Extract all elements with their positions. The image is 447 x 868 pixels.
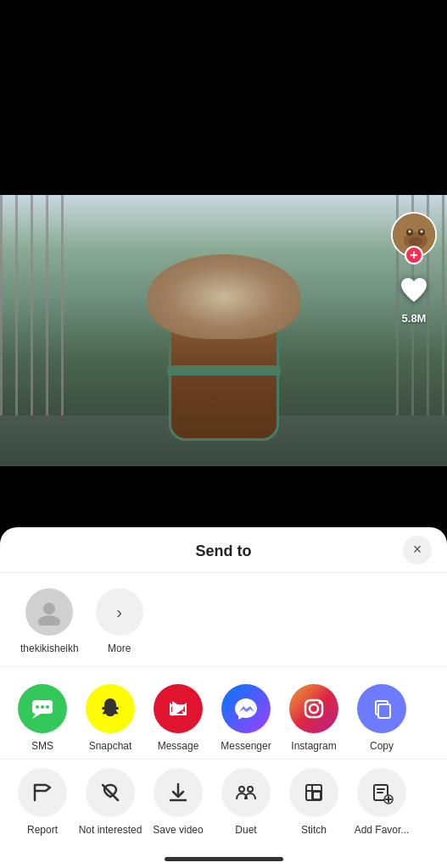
contact-item[interactable]: thekikisheikh xyxy=(20,588,79,654)
svg-point-14 xyxy=(41,705,44,709)
instagram-app-item[interactable]: Instagram xyxy=(280,684,348,752)
svg-point-10 xyxy=(38,615,60,626)
copy-label: Copy xyxy=(370,740,394,752)
video-area: + 5.8M xyxy=(0,195,447,466)
save-video-icon xyxy=(154,768,203,817)
svg-point-6 xyxy=(409,237,422,246)
message-icon xyxy=(154,684,203,733)
save-video-label: Save video xyxy=(153,824,203,837)
messenger-icon xyxy=(221,684,271,733)
more-contact-item[interactable]: › More xyxy=(96,588,143,654)
contact-name: thekikisheikh xyxy=(20,643,79,654)
sms-icon xyxy=(18,684,67,733)
contact-avatar xyxy=(25,588,73,636)
copy-icon xyxy=(357,684,406,733)
svg-point-9 xyxy=(43,603,55,615)
contacts-row: thekikisheikh › More xyxy=(0,573,447,667)
snapchat-icon xyxy=(86,684,135,733)
svg-point-4 xyxy=(409,231,411,233)
not-interested-icon xyxy=(86,768,135,817)
add-favorites-icon xyxy=(357,768,406,817)
sheet-header: Send to × xyxy=(0,527,447,573)
instagram-label: Instagram xyxy=(291,740,336,752)
stitch-label: Stitch xyxy=(301,824,327,837)
report-action-item[interactable]: Report xyxy=(8,768,76,837)
video-overlays: + 5.8M xyxy=(391,212,437,325)
svg-point-29 xyxy=(239,787,244,792)
svg-point-23 xyxy=(319,702,321,704)
snapchat-app-item[interactable]: Snapchat xyxy=(76,684,144,752)
svg-point-22 xyxy=(310,704,318,713)
sms-app-item[interactable]: SMS xyxy=(8,684,76,752)
messenger-label: Messenger xyxy=(221,740,271,752)
actions-row: Report Not interested Save video xyxy=(0,759,447,843)
messenger-app-item[interactable]: Messenger xyxy=(212,684,280,752)
home-indicator xyxy=(165,857,283,861)
snapchat-label: Snapchat xyxy=(89,740,132,752)
apps-row: SMS Snapchat Message xyxy=(0,667,447,759)
sms-label: SMS xyxy=(31,740,53,752)
scene-background xyxy=(0,195,447,466)
copy-app-item[interactable]: Copy xyxy=(348,684,416,752)
svg-point-30 xyxy=(248,787,253,792)
more-label: More xyxy=(108,643,131,654)
stitch-action-item[interactable]: Stitch xyxy=(280,768,348,837)
svg-point-5 xyxy=(421,231,423,233)
report-label: Report xyxy=(27,824,58,837)
close-button[interactable]: × xyxy=(403,536,432,565)
top-black-bar xyxy=(0,0,447,195)
follow-button[interactable]: + xyxy=(405,246,423,264)
not-interested-action-item[interactable]: Not interested xyxy=(76,768,144,837)
not-interested-label: Not interested xyxy=(79,824,142,837)
bottom-sheet: Send to × thekikisheikh › More xyxy=(0,527,447,868)
svg-rect-34 xyxy=(313,792,321,799)
duet-action-item[interactable]: Duet xyxy=(212,768,280,837)
like-container[interactable]: 5.8M xyxy=(395,271,433,325)
capybara xyxy=(148,254,300,339)
avatar-container[interactable]: + xyxy=(391,212,437,258)
add-favorites-action-item[interactable]: Add Favor... xyxy=(348,768,416,837)
svg-rect-25 xyxy=(378,704,390,718)
more-icon: › xyxy=(96,588,143,636)
message-app-item[interactable]: Message xyxy=(144,684,212,752)
stitch-icon xyxy=(289,768,338,817)
report-icon xyxy=(18,768,67,817)
message-label: Message xyxy=(158,740,199,752)
add-favorites-label: Add Favor... xyxy=(355,824,410,837)
duet-label: Duet xyxy=(235,824,256,837)
instagram-icon xyxy=(289,684,338,733)
like-count: 5.8M xyxy=(402,312,427,325)
sheet-title: Send to xyxy=(196,542,252,560)
save-video-action-item[interactable]: Save video xyxy=(144,768,212,837)
svg-marker-12 xyxy=(32,714,41,719)
svg-point-13 xyxy=(36,705,39,709)
duet-icon xyxy=(221,768,271,817)
like-button[interactable] xyxy=(395,271,433,309)
svg-point-15 xyxy=(46,705,49,709)
